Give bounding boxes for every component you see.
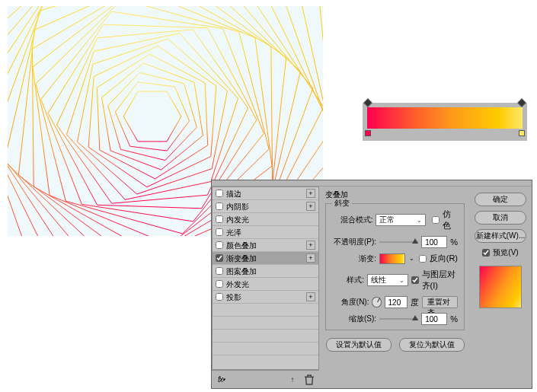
effect-label: 颜色叠加 bbox=[226, 239, 306, 252]
gradient-settings-group: 斜变 混合模式: 正常⌄ 仿色 不透明度(P): 100 % bbox=[325, 203, 465, 330]
settings-column: 变叠加 斜变 混合模式: 正常⌄ 仿色 不透明度(P): 100 % bbox=[319, 186, 471, 388]
effect-label: 内阴影 bbox=[226, 200, 306, 213]
color-stop-start[interactable] bbox=[365, 130, 371, 136]
plus-icon[interactable]: + bbox=[306, 202, 315, 211]
blend-mode-label: 混合模式: bbox=[332, 215, 372, 225]
opacity-field[interactable]: 100 bbox=[421, 236, 447, 248]
opacity-label: 不透明度(P): bbox=[332, 237, 376, 247]
effect-label: 内发光 bbox=[226, 213, 315, 226]
opacity-stop-start[interactable] bbox=[363, 98, 372, 107]
gradient-editor-panel bbox=[363, 103, 527, 141]
trash-icon[interactable] bbox=[302, 374, 316, 386]
plus-icon[interactable]: + bbox=[306, 241, 315, 250]
right-column: 确定 取消 新建样式(W)... 预览(V) bbox=[471, 186, 532, 388]
color-stop-end[interactable] bbox=[519, 130, 525, 136]
effect-label: 投影 bbox=[226, 291, 306, 304]
fx-menu-button[interactable]: fx▾ bbox=[215, 374, 229, 386]
scale-field[interactable]: 100 bbox=[421, 313, 447, 325]
gradient-label: 渐变: bbox=[332, 253, 376, 264]
effects-list-column: 描边+内阴影+内发光光泽颜色叠加+渐变叠加+图案叠加外发光投影+ fx▾ ↑ bbox=[212, 186, 319, 388]
plus-icon[interactable]: + bbox=[306, 292, 315, 301]
dialog-titlebar[interactable] bbox=[212, 180, 532, 186]
fx-up-icon[interactable]: ↑ bbox=[286, 374, 299, 386]
layer-style-dialog: 描边+内阴影+内发光光泽颜色叠加+渐变叠加+图案叠加外发光投影+ fx▾ ↑ 变… bbox=[211, 180, 532, 389]
opacity-stop-end[interactable] bbox=[517, 98, 526, 107]
effect-item[interactable]: 内阴影+ bbox=[213, 200, 318, 213]
effect-checkbox[interactable] bbox=[216, 280, 223, 288]
empty-row bbox=[213, 304, 318, 317]
blend-mode-select[interactable]: 正常⌄ bbox=[376, 214, 425, 226]
effect-label: 渐变叠加 bbox=[226, 252, 306, 265]
effect-item[interactable]: 渐变叠加+ bbox=[213, 252, 318, 265]
style-select[interactable]: 线性⌄ bbox=[367, 274, 408, 286]
gradient-dropdown-caret[interactable]: ⌄ bbox=[408, 255, 416, 262]
empty-row bbox=[213, 317, 318, 330]
style-label: 样式: bbox=[332, 275, 364, 285]
effects-toolbar: fx▾ ↑ bbox=[212, 370, 319, 388]
effect-item[interactable]: 描边+ bbox=[213, 187, 318, 200]
effect-item[interactable]: 外发光 bbox=[213, 278, 318, 291]
scale-label: 缩放(S): bbox=[332, 314, 376, 324]
plus-icon[interactable]: + bbox=[306, 189, 315, 198]
group-title: 斜变 bbox=[332, 198, 352, 209]
effect-checkbox[interactable] bbox=[216, 267, 223, 275]
effect-checkbox[interactable] bbox=[216, 202, 223, 210]
effect-checkbox[interactable] bbox=[216, 190, 223, 197]
effect-label: 描边 bbox=[226, 187, 306, 200]
effect-checkbox[interactable] bbox=[216, 215, 223, 223]
scale-slider[interactable] bbox=[379, 317, 418, 321]
cancel-button[interactable]: 取消 bbox=[475, 211, 526, 225]
effect-label: 图案叠加 bbox=[226, 265, 315, 278]
effect-label: 外发光 bbox=[226, 278, 315, 291]
effect-item[interactable]: 光泽 bbox=[213, 226, 318, 239]
reset-default-button[interactable]: 复位为默认值 bbox=[399, 338, 465, 352]
empty-row bbox=[213, 343, 318, 355]
opacity-slider[interactable] bbox=[379, 240, 418, 244]
effect-item[interactable]: 内发光 bbox=[213, 213, 318, 226]
plus-icon[interactable]: + bbox=[306, 253, 315, 263]
effect-checkbox[interactable] bbox=[216, 241, 223, 249]
angle-field[interactable]: 120 bbox=[385, 296, 408, 308]
ok-button[interactable]: 确定 bbox=[475, 193, 526, 206]
align-checkbox[interactable] bbox=[411, 276, 419, 284]
gradient-swatch[interactable] bbox=[379, 253, 405, 264]
reset-align-button[interactable]: 重置对齐 bbox=[422, 296, 458, 308]
gradient-bar[interactable] bbox=[367, 107, 523, 129]
effect-checkbox[interactable] bbox=[216, 254, 223, 262]
effect-label: 光泽 bbox=[226, 226, 315, 239]
dither-label: 仿色 bbox=[443, 209, 458, 231]
angle-label: 角度(N): bbox=[332, 297, 369, 308]
dither-checkbox[interactable] bbox=[432, 216, 440, 224]
preview-swatch bbox=[479, 266, 522, 308]
effects-list: 描边+内阴影+内发光光泽颜色叠加+渐变叠加+图案叠加外发光投影+ bbox=[212, 186, 319, 370]
effect-item[interactable]: 图案叠加 bbox=[213, 265, 318, 278]
new-style-button[interactable]: 新建样式(W)... bbox=[475, 229, 526, 243]
align-label: 与图层对齐(I) bbox=[422, 269, 458, 292]
effect-item[interactable]: 投影+ bbox=[213, 291, 318, 304]
effect-item[interactable]: 颜色叠加+ bbox=[213, 239, 318, 252]
effect-checkbox[interactable] bbox=[216, 228, 223, 236]
preview-checkbox[interactable] bbox=[482, 249, 490, 257]
reverse-checkbox[interactable] bbox=[419, 255, 427, 263]
effect-checkbox[interactable] bbox=[216, 293, 223, 301]
angle-dial[interactable] bbox=[372, 297, 381, 308]
make-default-button[interactable]: 设置为默认值 bbox=[326, 338, 392, 352]
empty-row bbox=[213, 330, 318, 343]
reverse-label: 反向(R) bbox=[430, 253, 458, 264]
preview-label: 预览(V) bbox=[493, 247, 518, 258]
